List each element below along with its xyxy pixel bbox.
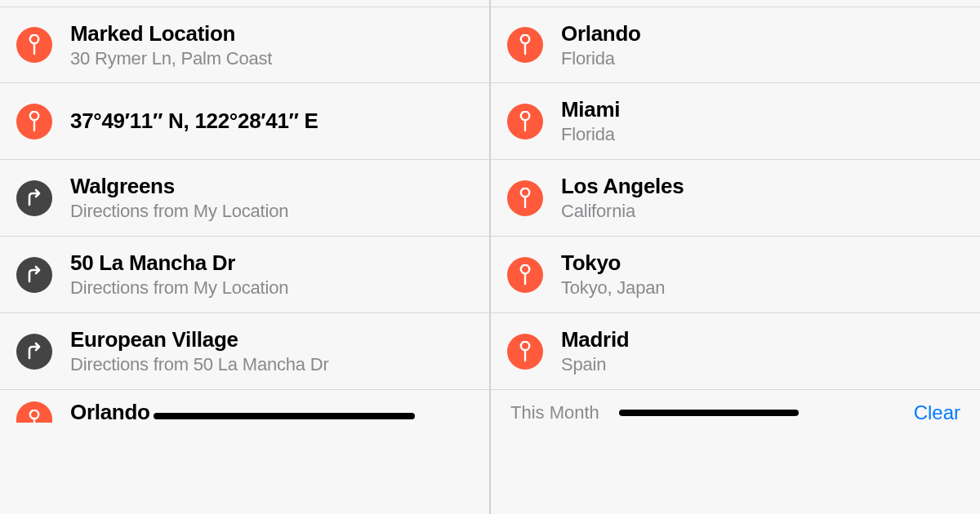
pin-icon (16, 104, 52, 140)
item-text: Orlando (70, 400, 415, 423)
item-subtitle: Tokyo, Japan (561, 277, 665, 299)
item-title: Tokyo (561, 250, 665, 276)
item-title: Walgreens (70, 174, 288, 199)
svg-point-2 (30, 111, 38, 119)
item-subtitle: Directions from My Location (70, 277, 288, 299)
left-panel: Marked Location 30 Rymer Ln, Palm Coast … (0, 0, 491, 514)
svg-point-0 (30, 35, 38, 43)
item-title: Orlando (561, 21, 641, 47)
list-item[interactable]: Los Angeles California (491, 160, 980, 237)
item-text: Miami Florida (561, 97, 620, 145)
directions-icon (16, 180, 52, 216)
list-item[interactable]: Orlando Florida (491, 7, 980, 83)
svg-point-8 (521, 111, 529, 119)
svg-point-14 (521, 341, 529, 349)
directions-icon (16, 257, 52, 293)
directions-icon (16, 334, 52, 370)
svg-point-6 (521, 35, 529, 43)
section-footer: This Month Clear (491, 390, 980, 426)
list-item[interactable]: Marked Location 30 Rymer Ln, Palm Coast (0, 7, 489, 83)
item-subtitle: Spain (561, 354, 629, 375)
pin-icon (507, 27, 543, 63)
item-text: Madrid Spain (561, 327, 629, 375)
item-title: Miami (561, 97, 620, 122)
item-text: 50 La Mancha Dr Directions from My Locat… (70, 250, 288, 299)
item-text: Los Angeles California (561, 174, 684, 222)
pin-icon (507, 180, 543, 216)
item-text: Walgreens Directions from My Location (70, 174, 288, 222)
svg-point-4 (30, 410, 38, 419)
item-text: Orlando Florida (561, 21, 641, 69)
recents-list-right: Orlando Florida Miami Florida Los Angele… (491, 0, 980, 426)
pin-icon (507, 257, 543, 293)
list-item[interactable]: European Village Directions from 50 La M… (0, 313, 489, 390)
list-item[interactable]: Miami Florida (491, 83, 980, 160)
item-title: Madrid (561, 327, 629, 352)
item-text: 37°49′11″ N, 122°28′41″ E (70, 109, 318, 134)
pin-icon (16, 401, 52, 423)
item-title: Los Angeles (561, 174, 684, 199)
list-item[interactable]: 50 La Mancha Dr Directions from My Locat… (0, 237, 489, 313)
home-indicator (154, 413, 415, 419)
item-title: 37°49′11″ N, 122°28′41″ E (70, 109, 318, 134)
list-item[interactable]: Tokyo Tokyo, Japan (491, 237, 980, 313)
item-subtitle: 30 Rymer Ln, Palm Coast (70, 48, 272, 69)
svg-point-12 (521, 264, 529, 273)
pin-icon (507, 104, 543, 140)
list-item[interactable]: Walgreens Directions from My Location (0, 160, 489, 237)
item-subtitle: Florida (561, 48, 641, 69)
item-title: European Village (70, 327, 329, 352)
item-title: Marked Location (70, 21, 272, 47)
svg-point-10 (521, 188, 529, 196)
item-text: Tokyo Tokyo, Japan (561, 250, 665, 299)
list-item-partial[interactable]: Orlando (0, 390, 489, 423)
pin-icon (507, 334, 543, 370)
right-panel: Orlando Florida Miami Florida Los Angele… (491, 0, 980, 514)
section-header-label: This Month (510, 402, 599, 423)
list-item[interactable]: Madrid Spain (491, 313, 980, 390)
item-subtitle: Florida (561, 124, 620, 145)
recents-list-left: Marked Location 30 Rymer Ln, Palm Coast … (0, 0, 489, 423)
item-text: European Village Directions from 50 La M… (70, 327, 329, 375)
item-subtitle: Directions from 50 La Mancha Dr (70, 354, 329, 375)
item-subtitle: Directions from My Location (70, 201, 288, 222)
item-title: Orlando (70, 400, 150, 423)
item-text: Marked Location 30 Rymer Ln, Palm Coast (70, 21, 272, 69)
pin-icon (16, 27, 52, 63)
clear-button[interactable]: Clear (914, 401, 960, 424)
home-indicator (619, 410, 799, 416)
item-subtitle: California (561, 201, 684, 222)
list-item[interactable]: 37°49′11″ N, 122°28′41″ E (0, 83, 489, 160)
item-title: 50 La Mancha Dr (70, 250, 288, 276)
